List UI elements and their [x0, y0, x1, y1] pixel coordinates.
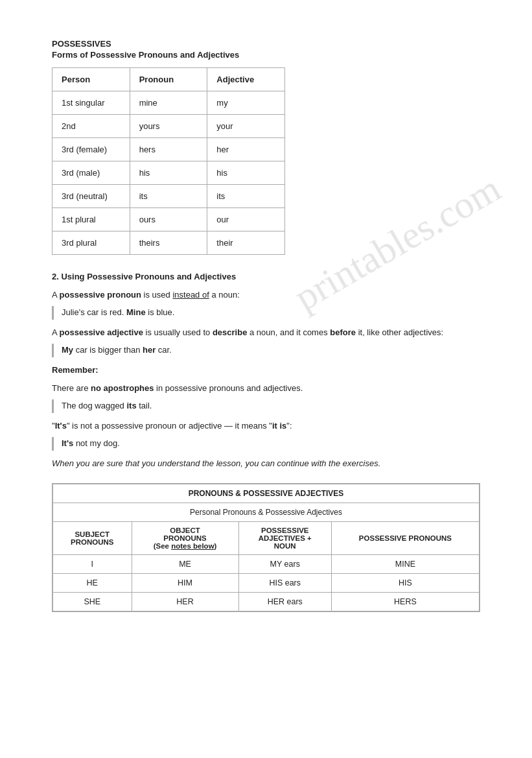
- big-table-subtitle-row: Personal Pronouns & Possessive Adjective…: [53, 503, 480, 521]
- cell-his: HIS: [331, 573, 479, 592]
- table-row: SHE HER HER ears HERS: [53, 592, 480, 611]
- table-cell: ours: [130, 208, 207, 231]
- table-cell: 3rd (male): [52, 161, 130, 185]
- possessive-adj-bold: possessive adjective: [60, 327, 143, 337]
- table-cell: 3rd (neutral): [52, 185, 130, 208]
- cell-mine: MINE: [331, 554, 479, 573]
- cell-his-ears: HIS ears: [238, 573, 331, 592]
- section2-title-text: 2. Using Possessive Pronouns and Adjecti…: [52, 272, 236, 281]
- col-possessive-adj: POSSESSIVEADJECTIVES +NOUN: [238, 521, 331, 554]
- page-subtitle: Forms of Possessive Pronouns and Adjecti…: [52, 50, 480, 60]
- table-row: 3rd (neutral)itsits: [52, 185, 285, 208]
- my-bold: My: [62, 345, 73, 355]
- big-table-title1: PRONOUNS & POSSESSIVE ADJECTIVES: [53, 484, 480, 503]
- describe-bold: describe: [213, 327, 247, 337]
- table-cell: 1st singular: [52, 91, 130, 115]
- table-cell: its: [207, 185, 285, 208]
- table-cell: 1st plural: [52, 208, 130, 231]
- its-example-bold: It's: [62, 438, 73, 448]
- table-row: 3rd pluraltheirstheir: [52, 231, 285, 255]
- table-cell: 3rd (female): [52, 138, 130, 161]
- mine-bold: Mine: [126, 307, 146, 317]
- example1-text: Julie's car is red. Mine is blue.: [62, 307, 174, 317]
- example4-blockquote: It's not my dog.: [52, 437, 480, 451]
- when-sure: When you are sure that you understand th…: [52, 457, 480, 470]
- col-person: Person: [52, 68, 130, 91]
- col-possessive-pronouns: POSSESSIVE PRONOUNS: [331, 521, 479, 554]
- table-row: HE HIM HIS ears HIS: [53, 573, 480, 592]
- big-table-title2: Personal Pronouns & Possessive Adjective…: [53, 503, 480, 521]
- example3-blockquote: The dog wagged its tail.: [52, 399, 480, 413]
- example4-text: It's not my dog.: [62, 438, 120, 448]
- cell-her: HER: [132, 592, 238, 611]
- cell-i: I: [53, 554, 132, 573]
- page-title: POSSESSIVES: [52, 39, 480, 49]
- its-note-bold: It's: [55, 421, 67, 431]
- big-table-title-row: PRONOUNS & POSSESSIVE ADJECTIVES: [53, 484, 480, 503]
- table-cell: their: [207, 231, 285, 255]
- table-cell: his: [130, 161, 207, 185]
- example1-blockquote: Julie's car is red. Mine is blue.: [52, 306, 480, 320]
- para1-pre: A: [52, 290, 60, 300]
- table-row: 1st singularminemy: [52, 91, 285, 115]
- para1-bold: possessive pronoun: [60, 290, 141, 300]
- its-note: "It's" is not a possessive pronoun or ad…: [52, 420, 480, 432]
- table-cell: theirs: [130, 231, 207, 255]
- col-adjective: Adjective: [207, 68, 285, 91]
- before-bold: before: [330, 327, 356, 337]
- table-cell: our: [207, 208, 285, 231]
- it-is-bold: it is: [272, 421, 286, 431]
- pronouns-adjectives-table: Person Pronoun Adjective 1st singularmin…: [52, 67, 285, 255]
- pronouns-possessive-table: PRONOUNS & POSSESSIVE ADJECTIVES Persona…: [52, 484, 480, 611]
- section2: 2. Using Possessive Pronouns and Adjecti…: [52, 270, 480, 470]
- table-row: 1st pluraloursour: [52, 208, 285, 231]
- cell-her-ears: HER ears: [238, 592, 331, 611]
- cell-he: HE: [53, 573, 132, 592]
- her-bold: her: [143, 345, 156, 355]
- section2-title: 2. Using Possessive Pronouns and Adjecti…: [52, 270, 480, 283]
- table-cell: its: [130, 185, 207, 208]
- para1-mid: is used: [141, 290, 172, 300]
- big-table-wrapper: PRONOUNS & POSSESSIVE ADJECTIVES Persona…: [52, 483, 480, 612]
- example2-text: My car is bigger than her car.: [62, 345, 172, 355]
- remember-title: Remember:: [52, 364, 480, 377]
- table-row: 3rd (female)hersher: [52, 138, 285, 161]
- table-cell: her: [207, 138, 285, 161]
- table-row: I ME MY ears MINE: [53, 554, 480, 573]
- table-row: 2ndyoursyour: [52, 115, 285, 138]
- para1-underline: instead of: [172, 290, 209, 300]
- cell-my-ears: MY ears: [238, 554, 331, 573]
- table-cell: mine: [130, 91, 207, 115]
- para2: A possessive adjective is usually used t…: [52, 326, 480, 339]
- remember-para: There are no apostrophes in possessive p…: [52, 382, 480, 395]
- its-bold: its: [126, 401, 136, 410]
- big-table-col-headers: SUBJECTPRONOUNS OBJECTPRONOUNS(See notes…: [53, 521, 480, 554]
- table-cell: hers: [130, 138, 207, 161]
- table-header-row: Person Pronoun Adjective: [52, 68, 285, 91]
- col-pronoun: Pronoun: [130, 68, 207, 91]
- cell-she: SHE: [53, 592, 132, 611]
- table-cell: his: [207, 161, 285, 185]
- col-subject-pronouns: SUBJECTPRONOUNS: [53, 521, 132, 554]
- cell-me: ME: [132, 554, 238, 573]
- para1-post: a noun:: [209, 290, 240, 300]
- table-cell: yours: [130, 115, 207, 138]
- example3-text: The dog wagged its tail.: [62, 401, 152, 410]
- table-cell: 2nd: [52, 115, 130, 138]
- cell-hers: HERS: [331, 592, 479, 611]
- table-cell: your: [207, 115, 285, 138]
- example2-blockquote: My car is bigger than her car.: [52, 344, 480, 357]
- table-cell: 3rd plural: [52, 231, 130, 255]
- cell-him: HIM: [132, 573, 238, 592]
- table-cell: my: [207, 91, 285, 115]
- para1: A possessive pronoun is used instead of …: [52, 289, 480, 302]
- col-object-pronouns: OBJECTPRONOUNS(See notes below): [132, 521, 238, 554]
- table-row: 3rd (male)hishis: [52, 161, 285, 185]
- no-apostrophes-bold: no apostrophes: [91, 383, 154, 393]
